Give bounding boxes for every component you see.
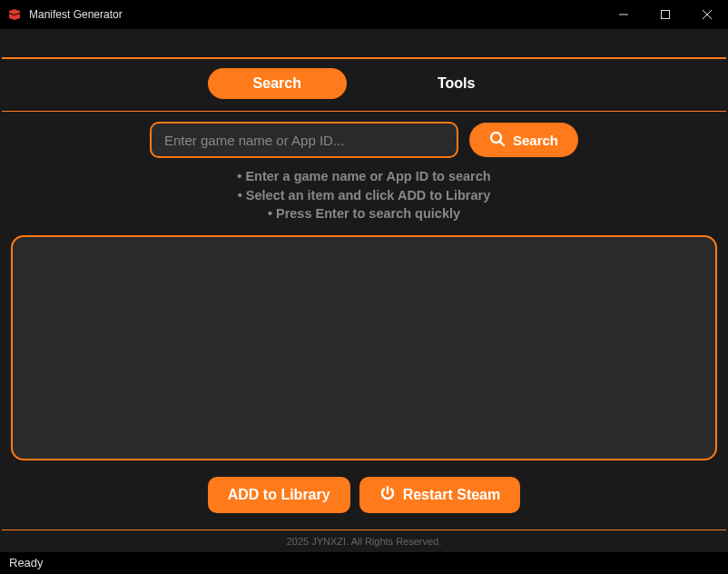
svg-line-5 [500, 142, 504, 145]
instruction-line-2: • Select an item and click ADD to Librar… [0, 186, 728, 204]
restart-steam-button[interactable]: Restart Steam [359, 477, 521, 513]
add-to-library-label: ADD to Library [228, 487, 330, 503]
search-button-label: Search [513, 133, 558, 148]
add-to-library-button[interactable]: ADD to Library [208, 477, 350, 513]
app-icon [7, 7, 22, 22]
results-area[interactable] [11, 235, 717, 460]
spacer [0, 29, 728, 57]
instructions: • Enter a game name or App ID to search … [0, 162, 728, 232]
footer-copyright: 2025 JYNXZI. All Rights Reserved. [0, 530, 728, 552]
search-row: Search [0, 111, 728, 162]
power-icon [379, 485, 396, 505]
restart-steam-label: Restart Steam [403, 487, 501, 503]
tab-search[interactable]: Search [208, 68, 347, 99]
search-input[interactable] [150, 122, 458, 158]
titlebar: Manifest Generator [0, 0, 728, 29]
instruction-line-1: • Enter a game name or App ID to search [0, 167, 728, 185]
status-text: Ready [9, 556, 44, 569]
search-button[interactable]: Search [469, 123, 578, 157]
app-title: Manifest Generator [29, 8, 123, 21]
instruction-line-3: • Press Enter to search quickly [0, 204, 728, 223]
main-content: Search Tools Search • Enter a game name … [0, 29, 728, 552]
svg-rect-1 [662, 11, 670, 19]
window-controls [603, 0, 728, 29]
status-bar: Ready [0, 552, 728, 574]
maximize-button[interactable] [644, 0, 686, 29]
tab-tools[interactable]: Tools [392, 68, 520, 99]
tab-row: Search Tools [0, 59, 728, 111]
close-button[interactable] [686, 0, 728, 29]
minimize-button[interactable] [603, 0, 644, 29]
search-icon [489, 131, 506, 150]
titlebar-left: Manifest Generator [7, 7, 123, 22]
action-row: ADD to Library Restart Steam [0, 470, 728, 529]
